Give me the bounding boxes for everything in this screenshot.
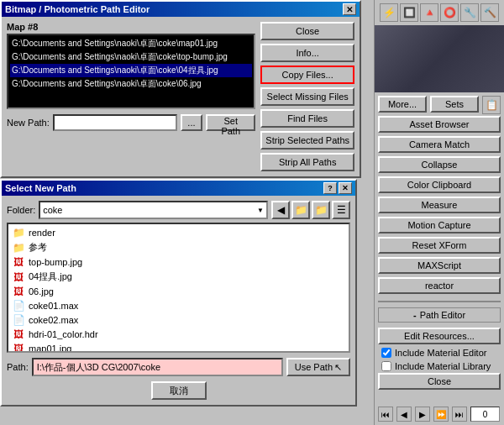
- 3dmax-icon: 📄: [12, 314, 25, 326]
- strip-selected-paths-button[interactable]: Strip Selected Paths: [260, 131, 354, 150]
- browser-item-coke01[interactable]: 📄 coke01.max: [10, 299, 347, 312]
- 3dmax-icon: 📄: [12, 300, 25, 312]
- strip-all-paths-button[interactable]: Strip All Paths: [260, 153, 354, 171]
- path-label: Path:: [7, 362, 29, 372]
- toolbar-icon-6[interactable]: 🔨: [480, 3, 499, 22]
- thumbnail-area: [375, 25, 504, 92]
- cancel-button[interactable]: 取消: [151, 381, 207, 400]
- browser-item-sankousha[interactable]: 📁 参考: [10, 240, 347, 254]
- toolbar-icon-1[interactable]: ⚡: [380, 3, 398, 22]
- browser-item-06[interactable]: 🖼 06.jpg: [10, 285, 347, 298]
- folder-icon: 📁: [12, 227, 25, 239]
- folder-new-btn[interactable]: 📁: [312, 201, 330, 219]
- dialog-help-btn[interactable]: ?: [323, 182, 337, 194]
- folder-row: Folder: coke ▼ ◀ 📁 📁 ☰: [7, 201, 350, 219]
- image-icon: 🖼: [12, 256, 25, 268]
- bottom-toolbar: ⏮ ◀ ▶ ⏩ ⏭: [375, 403, 504, 425]
- menu-buttons-section: More... Sets 📋 Asset Browser Camera Matc…: [375, 92, 504, 299]
- copy-files-button[interactable]: Copy Files...: [260, 66, 354, 84]
- cursor-icon: ↖: [334, 362, 342, 373]
- set-path-button[interactable]: Set Path: [206, 114, 255, 131]
- browser-item-hdri-label: hdri-01_color.hdr: [29, 329, 98, 339]
- image-icon: 🖼: [12, 271, 25, 283]
- edit-resources-button[interactable]: Edit Resources...: [378, 328, 501, 344]
- path-editor-minus: -: [413, 310, 417, 320]
- browser-item-render[interactable]: 📁 render: [10, 226, 347, 239]
- file-item-4[interactable]: G:\Documents and Settings\naoki\卓面\coke\…: [10, 77, 252, 91]
- more-sets-row: More... Sets 📋: [378, 96, 501, 114]
- play-btn[interactable]: ▶: [415, 407, 430, 422]
- reset-xform-button[interactable]: Reset XForm: [378, 237, 501, 254]
- new-path-label: New Path:: [7, 118, 50, 128]
- asset-browser-button[interactable]: Asset Browser: [378, 116, 501, 133]
- separator-1: [378, 301, 501, 302]
- browser-item-map01[interactable]: 🖼 map01.jpg: [10, 342, 347, 353]
- browser-item-04-label: 04捏具.jpg: [29, 270, 72, 283]
- path-editor-close-button[interactable]: Close: [378, 373, 501, 390]
- path-editor-controls: Edit Resources... Include Material Edito…: [375, 326, 504, 393]
- play-next-btn[interactable]: ⏩: [433, 407, 449, 422]
- right-panel: ⚡ 🔲 🔺 ⭕ 🔧 🔨 More... Sets 📋 Asset Browser…: [374, 0, 504, 425]
- file-item-2[interactable]: G:\Documents and Settings\naoki\卓面\coke\…: [10, 50, 252, 64]
- dialog-title-buttons: ? ✕: [323, 182, 352, 194]
- browser-item-topbump-label: top-bump.jpg: [29, 257, 82, 267]
- play-begin-btn[interactable]: ⏮: [378, 407, 393, 422]
- select-missing-files-button[interactable]: Select Missing Files: [260, 87, 354, 106]
- toolbar-icon-5[interactable]: 🔧: [460, 3, 479, 22]
- more-button[interactable]: More...: [378, 96, 427, 113]
- include-material-library-checkbox[interactable]: [381, 361, 391, 371]
- include-material-library-label: Include Material Library: [395, 361, 491, 371]
- sets-button[interactable]: Sets: [430, 96, 479, 113]
- browser-item-coke02-label: coke02.max: [29, 315, 78, 325]
- browser-item-coke01-label: coke01.max: [29, 301, 78, 311]
- dots-button[interactable]: ...: [181, 114, 202, 131]
- folder-back-btn[interactable]: ◀: [271, 201, 290, 219]
- image-icon: 🖼: [12, 286, 25, 297]
- path-editor-label: Path Editor: [420, 310, 465, 320]
- collapse-button[interactable]: Collapse: [378, 156, 501, 173]
- motion-capture-button[interactable]: Motion Capture: [378, 217, 501, 233]
- include-material-editor-checkbox[interactable]: [381, 348, 391, 358]
- browser-item-06-label: 06.jpg: [29, 286, 54, 296]
- right-toolbar-top: ⚡ 🔲 🔺 ⭕ 🔧 🔨: [375, 0, 504, 25]
- maxscript-button[interactable]: MAXScript: [378, 257, 501, 274]
- camera-match-button[interactable]: Camera Match: [378, 136, 501, 153]
- file-browser-list[interactable]: 📁 render 📁 参考 🖼 top-bump.jpg 🖼 04捏具.jpg: [7, 223, 350, 353]
- bitmap-editor-title: Bitmap / Photometric Path Editor: [5, 4, 343, 14]
- browser-item-topbump[interactable]: 🖼 top-bump.jpg: [10, 255, 347, 269]
- find-files-button[interactable]: Find Files: [260, 109, 354, 128]
- folder-label: Folder:: [7, 205, 35, 215]
- play-prev-btn[interactable]: ◀: [396, 407, 412, 422]
- close-button[interactable]: Close: [260, 22, 354, 40]
- bitmap-editor-close-btn[interactable]: ✕: [343, 3, 356, 15]
- toolbar-icon-4[interactable]: ⭕: [440, 3, 459, 22]
- frame-input[interactable]: [470, 407, 500, 422]
- new-path-row: New Path: ... Set Path: [7, 114, 255, 131]
- dialog-close-btn[interactable]: ✕: [339, 182, 352, 194]
- new-path-input[interactable]: [53, 114, 177, 131]
- file-listbox[interactable]: G:\Documents and Settings\naoki\卓面\coke\…: [7, 34, 255, 109]
- dialog-content: Folder: coke ▼ ◀ 📁 📁 ☰ 📁 ren: [2, 196, 355, 405]
- path-input-field[interactable]: [32, 358, 283, 376]
- folder-up-btn[interactable]: 📁: [291, 201, 310, 219]
- folder-view-btn[interactable]: ☰: [332, 201, 350, 219]
- reactor-button[interactable]: reactor: [378, 277, 501, 294]
- thumbnail-image: [375, 25, 504, 92]
- color-clipboard-button[interactable]: Color Clipboard: [378, 176, 501, 193]
- toolbar-icon-2[interactable]: 🔲: [400, 3, 418, 22]
- left-panel: Bitmap / Photometric Path Editor ✕ Map #…: [0, 0, 374, 425]
- toolbar-icon-3[interactable]: 🔺: [420, 3, 438, 22]
- browser-item-coke02[interactable]: 📄 coke02.max: [10, 313, 347, 327]
- folder-dropdown[interactable]: coke ▼: [39, 201, 268, 219]
- info-button[interactable]: Info...: [260, 44, 354, 62]
- measure-button[interactable]: Measure: [378, 197, 501, 213]
- bitmap-editor-window: Bitmap / Photometric Path Editor ✕ Map #…: [0, 0, 361, 178]
- browser-item-hdri[interactable]: 🖼 hdri-01_color.hdr: [10, 328, 347, 341]
- use-path-button[interactable]: Use Path ↖: [286, 358, 350, 376]
- browser-item-04[interactable]: 🖼 04捏具.jpg: [10, 270, 347, 284]
- sets-icon-btn[interactable]: 📋: [482, 96, 501, 114]
- browser-item-render-label: render: [29, 228, 55, 238]
- file-item-3[interactable]: G:\Documents and Settings\naoki\卓面\coke\…: [10, 64, 252, 77]
- file-item-1[interactable]: G:\Documents and Settings\naoki\卓面\coke\…: [10, 37, 252, 50]
- play-end-btn[interactable]: ⏭: [452, 407, 467, 422]
